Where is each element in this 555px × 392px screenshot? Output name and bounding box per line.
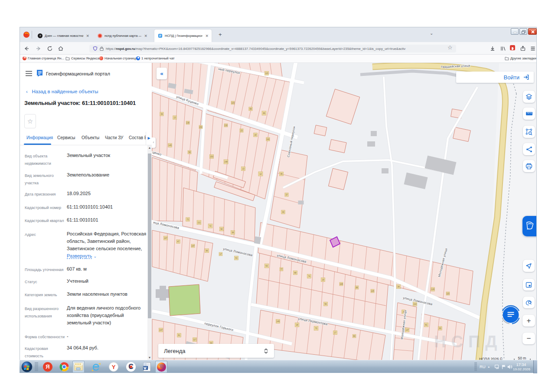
svg-text:99: 99 [249, 108, 252, 110]
svg-text:30: 30 [282, 211, 284, 213]
svg-text:77: 77 [280, 268, 283, 271]
svg-text:142: 142 [266, 138, 270, 140]
svg-text:89: 89 [263, 112, 265, 114]
svg-text:147: 147 [405, 329, 409, 331]
svg-text:35: 35 [280, 173, 283, 175]
svg-text:148: 148 [224, 161, 228, 163]
svg-text:13: 13 [242, 168, 245, 170]
svg-text:119: 119 [231, 102, 235, 104]
svg-text:НСПД: НСПД [434, 333, 502, 351]
svg-text:147: 147 [191, 245, 195, 247]
svg-text:117: 117 [193, 339, 196, 341]
svg-text:147: 147 [164, 237, 167, 239]
svg-text:98: 98 [232, 232, 234, 234]
svg-text:47: 47 [177, 241, 180, 243]
svg-text:23: 23 [240, 130, 243, 132]
svg-text:39: 39 [160, 113, 163, 115]
svg-text:12: 12 [259, 173, 262, 175]
svg-text:56: 56 [324, 303, 327, 305]
svg-text:63: 63 [265, 265, 268, 267]
svg-text:115: 115 [265, 72, 268, 75]
svg-text:92: 92 [220, 228, 223, 230]
svg-text:149: 149 [276, 320, 280, 323]
svg-text:90: 90 [439, 327, 441, 330]
svg-text:18: 18 [254, 134, 257, 136]
svg-text:126: 126 [371, 290, 374, 292]
svg-text:96: 96 [206, 250, 208, 252]
svg-text:58: 58 [188, 151, 191, 154]
svg-text:115: 115 [446, 293, 450, 295]
svg-text:88: 88 [294, 272, 297, 274]
svg-text:74: 74 [308, 275, 310, 278]
svg-text:81: 81 [178, 334, 180, 336]
svg-text:88: 88 [356, 287, 358, 289]
svg-text:34: 34 [397, 286, 400, 288]
svg-text:72: 72 [209, 225, 212, 227]
svg-text:130: 130 [224, 124, 228, 127]
svg-text:111: 111 [198, 222, 201, 224]
svg-text:17: 17 [219, 253, 222, 255]
svg-text:70: 70 [315, 327, 317, 330]
svg-text:137: 137 [159, 329, 163, 331]
svg-text:150: 150 [199, 126, 202, 128]
svg-text:13: 13 [173, 117, 176, 119]
svg-text:81: 81 [425, 324, 428, 326]
svg-text:150: 150 [210, 156, 213, 158]
svg-text:18: 18 [296, 324, 298, 326]
svg-text:53: 53 [235, 257, 238, 259]
svg-text:102: 102 [413, 303, 417, 305]
svg-text:128: 128 [431, 288, 434, 291]
svg-text:108: 108 [340, 283, 343, 285]
svg-text:19: 19 [322, 279, 324, 281]
svg-text:37: 37 [285, 194, 288, 196]
svg-text:17: 17 [334, 332, 336, 334]
svg-text:138: 138 [186, 122, 189, 124]
svg-text:80: 80 [353, 335, 356, 337]
svg-text:72: 72 [186, 219, 189, 221]
svg-text:145: 145 [168, 144, 172, 147]
